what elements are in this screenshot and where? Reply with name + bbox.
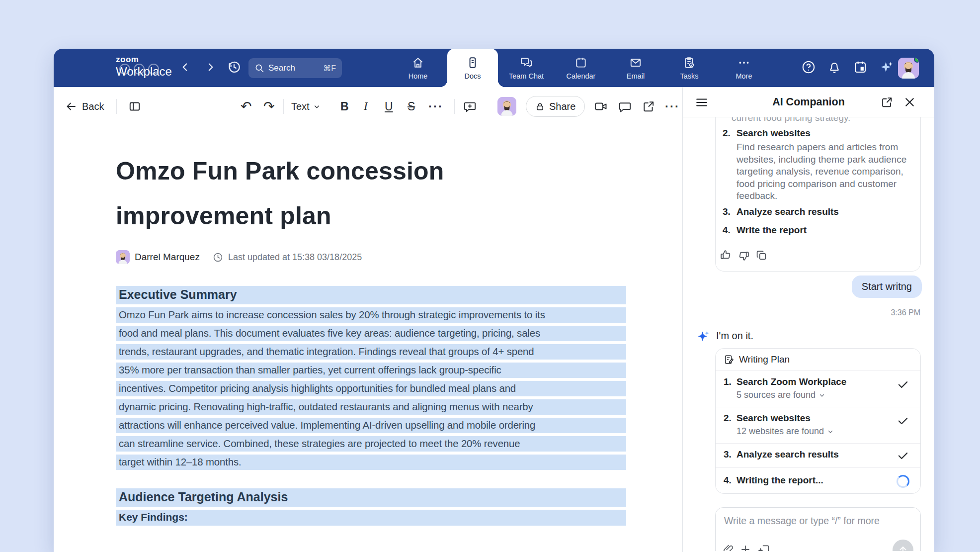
italic-button[interactable]: I — [364, 87, 368, 126]
clipped-text-line: current food pricing strategy. — [732, 117, 850, 123]
last-updated: Last updated at 15:38 03/18/2025 — [228, 252, 362, 263]
plan-row-websites-dropdown[interactable]: 12 websites are found — [736, 426, 912, 437]
notifications-bell-icon[interactable] — [827, 60, 842, 75]
writing-plan-icon — [724, 354, 735, 365]
share-button[interactable]: Share — [526, 87, 585, 126]
toolbar-divider — [454, 99, 455, 114]
redo-button[interactable]: ↷ — [263, 87, 275, 126]
doc-line: Omzo Fun Park aims to increase concessio… — [116, 307, 626, 323]
insert-to-doc-icon[interactable] — [757, 544, 770, 551]
plan-step: 4. Write the report — [723, 225, 807, 236]
tasks-icon — [683, 56, 696, 69]
panel-title: AI Companion — [683, 96, 934, 108]
check-icon — [897, 378, 909, 391]
panel-header: AI Companion — [683, 87, 934, 117]
bold-button[interactable]: B — [340, 87, 349, 126]
search-shortcut: ⌘F — [323, 64, 336, 73]
plan-step-desc: Find research papers and articles from w… — [736, 141, 915, 202]
zoom-logo: zoom — [116, 55, 139, 65]
doc-line: incentives. Competitor pricing analysis … — [116, 381, 626, 396]
undo-button[interactable]: ↶ — [241, 87, 252, 126]
open-external-icon[interactable] — [642, 87, 655, 126]
doc-title: Omzo Fun Park concession improvement pla… — [116, 149, 626, 238]
more-formatting-button[interactable]: ··· — [428, 87, 443, 126]
close-icon[interactable] — [903, 96, 916, 108]
thumbs-down-icon[interactable] — [737, 250, 750, 262]
attach-icon[interactable] — [723, 544, 735, 551]
home-icon — [411, 56, 424, 69]
help-icon[interactable] — [801, 60, 816, 75]
plan-row-2: 2.Search websites 12 websites are found — [716, 407, 920, 444]
underline-button[interactable]: U — [385, 87, 393, 126]
doc-line: dynamic pricing. Renovating high-traffic… — [116, 399, 626, 415]
online-status-dot — [914, 58, 919, 63]
nav-back-icon[interactable] — [179, 61, 192, 74]
message-input[interactable]: Write a message or type “/” for more — [715, 507, 921, 551]
search-input[interactable]: Search ⌘F — [248, 58, 342, 78]
doc-line: can streamline service. Combined, these … — [116, 436, 626, 452]
lock-icon — [535, 102, 545, 111]
text-style-dropdown[interactable]: Text — [291, 87, 321, 126]
document-canvas[interactable]: Omzo Fun Park concession improvement pla… — [54, 126, 682, 552]
plan-row-3: 3.Analyze search results — [716, 444, 920, 468]
email-icon — [629, 56, 642, 69]
doc-line: 35% more per transaction than smaller pa… — [116, 363, 626, 378]
plan-row-sources-dropdown[interactable]: 5 sources are found — [736, 390, 912, 400]
hamburger-menu-icon[interactable] — [695, 96, 708, 109]
thumbs-up-icon[interactable] — [720, 249, 732, 261]
chevron-down-icon — [313, 103, 321, 110]
more-actions-button[interactable]: ··· — [665, 87, 680, 126]
doc-line: attractions will enhance perceived value… — [116, 418, 626, 433]
team-chat-icon — [519, 56, 533, 69]
tab-docs[interactable]: Docs — [447, 49, 498, 87]
user-avatar[interactable] — [898, 58, 919, 79]
tab-tasks[interactable]: Tasks — [664, 49, 715, 87]
plan-row-4: 4.Writing the report... — [716, 468, 920, 493]
toolbar-divider — [283, 99, 284, 114]
add-icon[interactable] — [739, 544, 751, 551]
workplace-logo: Workplace — [116, 65, 172, 79]
heading-executive-summary: Executive Summary — [116, 286, 626, 304]
tab-home[interactable]: Home — [393, 49, 443, 87]
check-icon — [897, 414, 909, 427]
sidebar-toggle-button[interactable] — [128, 87, 141, 126]
chevron-down-icon — [818, 392, 825, 399]
calendar-date-icon[interactable] — [853, 60, 868, 75]
heading-audience-targeting: Audience Targeting Analysis — [116, 488, 626, 507]
strikethrough-button[interactable]: S — [408, 87, 415, 126]
author-avatar — [116, 250, 130, 264]
panel-body: current food pricing strategy. 2. Search… — [683, 117, 934, 551]
app-window: zoom Workplace Search ⌘F Home Docs — [54, 49, 934, 552]
calendar-icon — [574, 56, 587, 69]
tab-email[interactable]: Email — [610, 49, 661, 87]
ai-plan-message-card: current food pricing strategy. 2. Search… — [715, 117, 921, 272]
progress-spinner — [897, 475, 909, 488]
plan-step: 2. Search websites — [723, 128, 811, 139]
history-icon[interactable] — [227, 60, 242, 75]
ai-companion-panel: AI Companion current food pricing strate… — [682, 87, 934, 552]
add-comment-button[interactable] — [463, 87, 477, 126]
back-button[interactable]: Back — [65, 87, 104, 126]
clock-icon — [213, 252, 223, 263]
doc-meta-row: Darrel Marquez Last updated at 15:38 03/… — [116, 250, 626, 264]
video-meeting-icon[interactable] — [594, 87, 608, 126]
heading-key-findings: Key Findings: — [116, 510, 626, 526]
tab-flare-left — [440, 80, 447, 87]
tab-calendar[interactable]: Calendar — [556, 49, 606, 87]
writing-plan-header: Writing Plan — [716, 349, 920, 371]
ai-sparkle-icon — [697, 329, 711, 343]
author-name: Darrel Marquez — [135, 252, 200, 263]
collaborator-avatar[interactable] — [497, 97, 516, 116]
ai-companion-icon[interactable] — [880, 60, 895, 75]
send-button[interactable] — [893, 540, 913, 551]
copy-icon[interactable] — [755, 249, 768, 262]
tab-team-chat[interactable]: Team Chat — [501, 49, 552, 87]
doc-line: food and meal plans. This document evalu… — [116, 326, 626, 341]
nav-forward-icon[interactable] — [204, 61, 217, 74]
pop-out-icon[interactable] — [881, 96, 893, 108]
search-icon — [254, 63, 264, 73]
message-timestamp: 3:36 PM — [891, 308, 920, 317]
plan-row-1: 1.Search Zoom Workplace 5 sources are fo… — [716, 371, 920, 407]
tab-more[interactable]: More — [719, 49, 769, 87]
chat-bubble-icon[interactable] — [618, 87, 632, 126]
